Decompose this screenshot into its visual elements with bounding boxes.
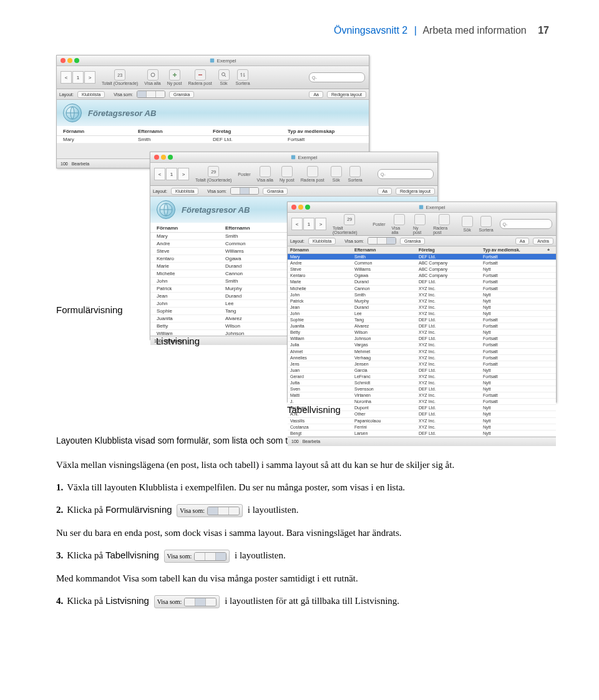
next-button[interactable]: > <box>84 71 95 84</box>
table-row[interactable]: SteveWilliamsABC CompanyNytt <box>288 266 556 273</box>
table-row[interactable]: JuanGarciaDEF Ltd.Nytt <box>288 367 556 374</box>
minimize-icon[interactable] <box>67 58 72 63</box>
visa-alla-button[interactable]: Visa alla <box>144 69 160 85</box>
table-row[interactable]: AndreCommonABC CompanyFortsatt <box>288 260 556 266</box>
table-row[interactable]: MarieDurandDEF Ltd.Fortsatt <box>288 279 556 285</box>
visa-alla-button[interactable]: Visa alla <box>392 214 407 235</box>
column-headers: FörnamnEfternamnFöretagTyp av medlemskap <box>57 126 369 136</box>
count-badge: 23 <box>114 69 125 80</box>
table-row[interactable]: WilliamJohnsonDEF Ltd.Fortsatt <box>288 336 556 342</box>
table-row[interactable]: SvenSvenssonDEF Ltd.Nytt <box>288 386 556 392</box>
redigera-layout-button[interactable]: Redigera layout <box>396 188 435 195</box>
brand-band: Företagsresor AB <box>57 100 369 126</box>
table-row[interactable]: VassilisPapanicolaouXYZ Inc.Nytt <box>288 418 556 424</box>
sok-button[interactable]: Sök <box>218 69 230 85</box>
page-field[interactable]: 1 <box>166 168 177 180</box>
table-row[interactable]: JuanitaAlvarezDEF Ltd.Fortsatt <box>288 323 556 329</box>
list-view-icon <box>195 598 206 606</box>
ny-post-button[interactable]: Ny post <box>167 69 182 85</box>
sok-button[interactable]: Sök <box>462 216 473 232</box>
layout-select[interactable]: Klubblista <box>171 188 198 195</box>
prev-button[interactable]: < <box>154 168 165 180</box>
zoom-icon[interactable] <box>168 155 173 160</box>
table-view-icon <box>216 553 226 560</box>
sortera-button[interactable]: Sortera <box>348 166 363 182</box>
table-row[interactable]: JohnLeeXYZ Inc.Nytt <box>288 311 556 317</box>
globe-icon <box>157 200 175 219</box>
table-row[interactable]: MattiVirtanenXYZ Inc.Fortsatt <box>288 392 556 399</box>
page-field[interactable]: 1 <box>72 71 84 84</box>
zoom-icon[interactable] <box>74 58 79 63</box>
minimize-icon[interactable] <box>161 155 166 160</box>
granska-button[interactable]: Granska <box>400 238 425 245</box>
table-row[interactable]: JeanDurandXYZ Inc.Nytt <box>288 304 556 311</box>
table-row[interactable]: JensJensenXYZ Inc.Fortsatt <box>288 361 556 367</box>
count-badge: 29 <box>344 214 355 225</box>
view-toggle[interactable] <box>230 187 259 195</box>
search-input[interactable]: Q- <box>500 219 552 229</box>
radera-post-button[interactable]: Radera post <box>433 214 455 235</box>
step-2-result: Nu ser du bara en enda post, som dock vi… <box>56 526 549 540</box>
prev-button[interactable]: < <box>61 71 72 84</box>
table-row[interactable]: SophieTangDEF Ltd.Fortsatt <box>288 317 556 323</box>
minimize-icon[interactable] <box>298 205 303 210</box>
svg-point-2 <box>222 73 225 76</box>
close-icon[interactable] <box>61 58 66 63</box>
granska-button[interactable]: Granska <box>263 188 288 195</box>
table-row[interactable]: KentaroOgawaABC CompanyFortsatt <box>288 273 556 279</box>
ny-post-button[interactable]: Ny post <box>280 166 295 182</box>
step-4: 4.Klicka på Listvisning Visa som: i layo… <box>56 593 549 610</box>
zoom-icon[interactable] <box>305 205 310 210</box>
bearbeta-label[interactable]: Bearbeta <box>303 439 320 444</box>
table-row[interactable]: PatrickMurphyXYZ Inc.Nytt <box>288 298 556 304</box>
window-title: Exempel <box>217 58 236 64</box>
svg-rect-6 <box>419 205 423 209</box>
next-button[interactable]: > <box>178 168 189 180</box>
globe-icon <box>63 104 82 122</box>
table-view-icon <box>206 598 216 606</box>
titlebar: Exempel <box>57 56 369 66</box>
sok-button[interactable]: Sök <box>331 166 342 182</box>
redigera-layout-button[interactable]: Redigera layout <box>327 91 366 98</box>
bearbeta-label[interactable]: Bearbeta <box>72 162 89 166</box>
ny-post-button[interactable]: Ny post <box>413 214 427 235</box>
search-input[interactable]: Q- <box>377 169 434 179</box>
form-view-icon <box>137 91 147 97</box>
andra-button[interactable]: Andra <box>533 238 553 245</box>
granska-button[interactable]: Granska <box>169 91 194 98</box>
table-row[interactable]: MarySmithDEF Ltd.Fortsatt <box>57 136 369 143</box>
table-row[interactable]: AnneliesVerhaagXYZ Inc.Fortsatt <box>288 355 556 361</box>
table-row[interactable]: JohnSmithXYZ Inc.Nytt <box>288 292 556 298</box>
table-row[interactable]: JuttaSchmidtXYZ Inc.Nytt <box>288 380 556 386</box>
layout-select[interactable]: Klubblista <box>77 91 105 98</box>
aa-button[interactable]: Aa <box>309 91 323 98</box>
sortera-button[interactable]: Sortera <box>479 216 494 232</box>
visa-alla-button[interactable]: Visa alla <box>257 166 273 182</box>
sortera-button[interactable]: Sortera <box>236 69 250 85</box>
close-icon[interactable] <box>291 205 296 210</box>
radera-post-button[interactable]: Radera post <box>188 69 212 85</box>
column-headers: FörnamnEfternamnFöretagTyp av medlemsk.+ <box>288 246 556 254</box>
table-row[interactable]: BettyWilsonXYZ Inc.Nytt <box>288 329 556 336</box>
window-table-view: Exempel <1> 29Totalt (Osorterade) Poster… <box>287 202 557 402</box>
view-as-button-inline: Visa som: <box>177 504 243 517</box>
layout-select[interactable]: Klubblista <box>308 238 336 245</box>
form-view-icon <box>195 553 205 560</box>
table-row[interactable]: GerardLeFrancXYZ Inc.Fortsatt <box>288 374 556 380</box>
list-view-icon <box>205 553 216 560</box>
radera-post-button[interactable]: Radera post <box>301 166 324 182</box>
view-toggle[interactable] <box>368 237 396 245</box>
table-row[interactable]: BengtLarsenDEF Ltd.Nytt <box>288 430 556 437</box>
table-row[interactable]: MichelleCannonXYZ Inc.Fortsatt <box>288 286 556 292</box>
view-as-button-inline: Visa som: <box>164 550 230 563</box>
close-icon[interactable] <box>154 155 159 160</box>
intro-paragraph: Växla mellan visningslägena (en post, li… <box>56 458 549 472</box>
illustration-area: Exempel < 1 > 23Totalt (Osorterade) Visa… <box>56 55 549 423</box>
table-row[interactable]: AhmetMehmetXYZ Inc.Fortsatt <box>288 349 556 355</box>
count-badge: 29 <box>208 166 219 177</box>
view-toggle[interactable] <box>137 90 165 98</box>
table-row[interactable]: CostanzaFerriniXYZ Inc.Nytt <box>288 424 556 430</box>
table-row[interactable]: MarySmithDEF Ltd.Fortsatt <box>288 254 556 260</box>
table-row[interactable]: JuliaVargasXYZ Inc.Fortsatt <box>288 342 556 348</box>
search-input[interactable]: Q- <box>309 72 365 82</box>
